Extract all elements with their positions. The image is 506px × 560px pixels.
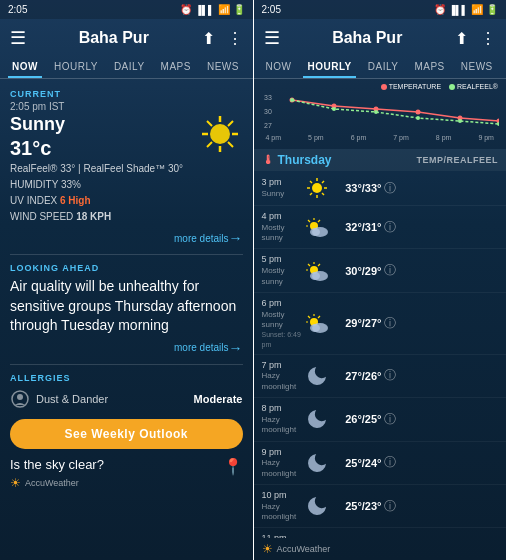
svg-point-17 (415, 110, 420, 115)
hourly-row[interactable]: 5 pm Mostly sunny 30°/29° ⓘ (254, 249, 507, 292)
alarm-icon-r: ⏰ (434, 4, 446, 15)
accu-logo-r: ☀ (262, 542, 273, 556)
allergy-name: Dust & Dander (36, 393, 108, 405)
hour-temp: 30°/29° (332, 265, 382, 277)
svg-line-34 (310, 193, 312, 195)
status-bar-right: 2:05 ⏰ ▐▌▌ 📶 🔋 (254, 0, 507, 19)
humidity: HUMIDITY 33% (10, 178, 183, 192)
more-details-btn[interactable]: more details → (10, 230, 243, 246)
left-content: CURRENT 2:05 pm IST Sunny 31°c RealFeel®… (0, 79, 253, 560)
hourly-list[interactable]: 3 pm Sunny 33°/33° ⓘ 4 pm Mostly sunny 3… (254, 171, 507, 538)
tab-maps-right[interactable]: MAPS (410, 57, 448, 78)
hour-time: 6 pm Mostly sunny Sunset: 6:49 pm (262, 298, 302, 349)
hamburger-icon-r[interactable]: ☰ (264, 27, 280, 49)
info-icon[interactable]: ⓘ (382, 367, 398, 384)
svg-line-8 (207, 142, 212, 147)
chart-legend: TEMPERATURE REALFEEL® (262, 83, 499, 90)
status-time-left: 2:05 (8, 4, 27, 15)
uv-index: UV INDEX 6 High (10, 194, 183, 208)
svg-point-10 (17, 394, 23, 400)
footer-right: ☀ AccuWeather (254, 538, 507, 560)
hour-temp: 29°/27° (332, 317, 382, 329)
status-bar-left: 2:05 ⏰ ▐▌▌ 📶 🔋 (0, 0, 253, 19)
temp-dot (381, 84, 387, 90)
col-labels: TEMP/REALFEEL (416, 155, 498, 165)
share-icon[interactable]: ⬆ (202, 29, 215, 48)
hourly-row[interactable]: 8 pm Hazy moonlight 26°/25° ⓘ (254, 398, 507, 441)
looking-ahead-text: Air quality will be unhealthy for sensit… (10, 277, 243, 336)
hourly-row[interactable]: 3 pm Sunny 33°/33° ⓘ (254, 171, 507, 206)
looking-ahead-label: LOOKING AHEAD (10, 263, 243, 273)
svg-point-48 (310, 272, 320, 280)
hourly-row[interactable]: 9 pm Hazy moonlight 25°/24° ⓘ (254, 442, 507, 485)
allergy-row: Dust & Dander Moderate (10, 389, 243, 409)
svg-line-5 (207, 121, 212, 126)
temperature-chart: 33 30 27 (262, 92, 499, 134)
svg-text:27: 27 (264, 122, 272, 129)
accu-logo: ☀ (10, 476, 21, 490)
nav-tabs-left: NOW HOURLY DAILY MAPS NEWS (0, 57, 253, 79)
hourly-row[interactable]: 4 pm Mostly sunny 32°/31° ⓘ (254, 206, 507, 249)
hourly-row[interactable]: 10 pm Hazy moonlight 25°/23° ⓘ (254, 485, 507, 528)
left-panel: 2:05 ⏰ ▐▌▌ 📶 🔋 ☰ Baha Pur ⬆ ⋮ NOW HOURLY… (0, 0, 253, 560)
hour-icon-moon (302, 407, 332, 431)
info-icon[interactable]: ⓘ (382, 454, 398, 471)
weekly-outlook-button[interactable]: See Weekly Outlook (10, 419, 243, 449)
allergies-label: ALLERGIES (10, 373, 243, 383)
tab-maps-left[interactable]: MAPS (157, 57, 195, 78)
svg-line-52 (308, 316, 310, 318)
info-icon[interactable]: ⓘ (382, 498, 398, 515)
hour-temp: 27°/26° (332, 370, 382, 382)
sun-icon (198, 112, 243, 157)
tab-daily-right[interactable]: DAILY (364, 57, 403, 78)
chart-area: TEMPERATURE REALFEEL® 33 30 27 (254, 79, 507, 149)
svg-point-23 (416, 116, 420, 120)
looking-ahead-section: LOOKING AHEAD Air quality will be unheal… (10, 263, 243, 356)
tab-daily-left[interactable]: DAILY (110, 57, 149, 78)
hour-time: 10 pm Hazy moonlight (262, 490, 302, 522)
svg-line-46 (318, 264, 320, 266)
hour-temp: 25°/23° (332, 500, 382, 512)
svg-point-22 (374, 110, 378, 114)
svg-point-21 (332, 107, 336, 111)
nav-tabs-right: NOW HOURLY DAILY MAPS NEWS (254, 57, 507, 79)
share-icon-r[interactable]: ⬆ (455, 29, 468, 48)
info-icon[interactable]: ⓘ (382, 411, 398, 428)
hour-time: 9 pm Hazy moonlight (262, 447, 302, 479)
svg-point-41 (310, 228, 320, 236)
svg-point-20 (290, 98, 294, 102)
hourly-row[interactable]: 7 pm Hazy moonlight 27°/26° ⓘ (254, 355, 507, 398)
svg-line-7 (228, 121, 233, 126)
hamburger-icon[interactable]: ☰ (10, 27, 26, 49)
hour-temp: 33°/33° (332, 182, 382, 194)
tab-news-right[interactable]: NEWS (457, 57, 497, 78)
status-time-right: 2:05 (262, 4, 281, 15)
svg-point-55 (310, 324, 320, 332)
more-icon-r[interactable]: ⋮ (480, 29, 496, 48)
legend-realfeel: REALFEEL® (449, 83, 498, 90)
header-title-right: Baha Pur (332, 29, 402, 47)
tab-now-left[interactable]: NOW (8, 57, 42, 78)
info-icon[interactable]: ⓘ (382, 315, 398, 332)
hour-temp: 32°/31° (332, 221, 382, 233)
header-icons-right: ⬆ ⋮ (455, 29, 496, 48)
tab-now-right[interactable]: NOW (262, 57, 296, 78)
hour-icon-sun (302, 176, 332, 200)
tab-hourly-right[interactable]: HOURLY (303, 57, 355, 78)
tab-news-left[interactable]: NEWS (203, 57, 243, 78)
hour-temp: 26°/25° (332, 413, 382, 425)
wifi-icon: 📶 (218, 4, 230, 15)
wifi-icon-r: 📶 (471, 4, 483, 15)
hourly-row[interactable]: 11 pm Hazy moonlight 24°/22° ⓘ (254, 528, 507, 538)
info-icon[interactable]: ⓘ (382, 219, 398, 236)
hourly-row[interactable]: 6 pm Mostly sunny Sunset: 6:49 pm 29°/27… (254, 293, 507, 355)
more-icon[interactable]: ⋮ (227, 29, 243, 48)
alarm-icon: ⏰ (180, 4, 192, 15)
more-details-btn-2[interactable]: more details → (10, 340, 243, 356)
svg-text:30: 30 (264, 108, 272, 115)
hour-time: 4 pm Mostly sunny (262, 211, 302, 243)
info-icon[interactable]: ⓘ (382, 262, 398, 279)
info-icon[interactable]: ⓘ (382, 180, 398, 197)
real-feel: RealFeel® 33° | RealFeel Shade™ 30° (10, 162, 183, 176)
tab-hourly-left[interactable]: HOURLY (50, 57, 102, 78)
